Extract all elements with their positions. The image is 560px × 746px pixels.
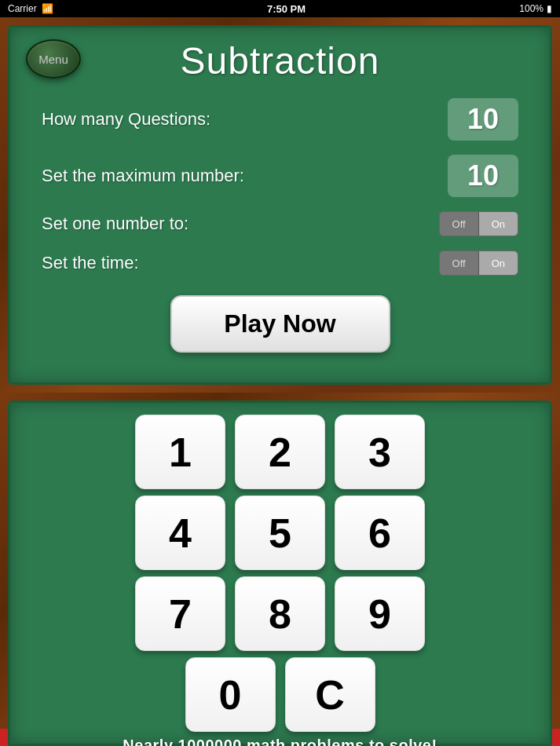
key-clear[interactable]: C xyxy=(285,657,375,732)
setting-row-onenumber: Set one number to: Off On xyxy=(42,211,518,236)
status-right: 100% ▮ xyxy=(519,3,552,14)
key-6[interactable]: 6 xyxy=(335,496,425,570)
top-section: Menu Subtraction How many Questions: 10 … xyxy=(0,17,560,393)
onenumber-on[interactable]: On xyxy=(479,212,518,236)
onenumber-off[interactable]: Off xyxy=(440,212,479,236)
time-on[interactable]: On xyxy=(479,251,518,275)
play-btn-container: Play Now xyxy=(34,295,526,353)
numpad-row-3: 7 8 9 xyxy=(135,576,425,651)
status-time: 7:50 PM xyxy=(267,3,306,15)
onenumber-toggle[interactable]: Off On xyxy=(439,211,518,236)
key-3[interactable]: 3 xyxy=(335,415,425,489)
key-5[interactable]: 5 xyxy=(235,496,325,570)
numpad-board: 1 2 3 4 5 6 7 8 9 0 C xyxy=(8,400,552,746)
time-toggle[interactable]: Off On xyxy=(439,250,518,276)
wifi-icon: 📶 xyxy=(42,3,53,14)
status-bar: Carrier 📶 7:50 PM 100% ▮ xyxy=(0,0,560,17)
play-now-button[interactable]: Play Now xyxy=(170,295,390,353)
key-1[interactable]: 1 xyxy=(135,415,225,489)
battery-label: 100% xyxy=(519,3,544,14)
onenumber-label: Set one number to: xyxy=(42,214,188,234)
questions-label: How many Questions: xyxy=(42,109,210,130)
menu-button[interactable]: Menu xyxy=(26,39,81,79)
setting-row-maxnum: Set the maximum number: 10 xyxy=(42,155,518,197)
settings-area: How many Questions: 10 Set the maximum n… xyxy=(34,98,526,276)
chalkboard: Menu Subtraction How many Questions: 10 … xyxy=(8,25,552,385)
time-off[interactable]: Off xyxy=(440,251,479,275)
carrier-label: Carrier xyxy=(8,3,37,14)
key-0[interactable]: 0 xyxy=(185,657,276,732)
key-2[interactable]: 2 xyxy=(235,415,325,489)
bottom-section: 1 2 3 4 5 6 7 8 9 0 C xyxy=(0,393,560,729)
battery-icon: ▮ xyxy=(547,3,552,14)
maxnum-value[interactable]: 10 xyxy=(448,155,518,197)
page-title: Subtraction xyxy=(181,39,380,82)
key-8[interactable]: 8 xyxy=(235,576,325,651)
key-4[interactable]: 4 xyxy=(135,496,225,570)
time-label: Set the time: xyxy=(42,253,139,273)
banner-text: Nearly 1000000 math problems to solve! xyxy=(123,737,437,747)
setting-row-questions: How many Questions: 10 xyxy=(42,98,518,141)
maxnum-label: Set the maximum number: xyxy=(42,166,244,186)
questions-value[interactable]: 10 xyxy=(448,98,518,141)
status-left: Carrier 📶 xyxy=(8,3,53,14)
key-7[interactable]: 7 xyxy=(135,576,225,651)
key-9[interactable]: 9 xyxy=(335,576,425,651)
setting-row-time: Set the time: Off On xyxy=(42,250,518,276)
numpad-row-2: 4 5 6 xyxy=(135,496,425,570)
numpad-row-4: 0 C xyxy=(185,657,375,732)
numpad-row-1: 1 2 3 xyxy=(135,415,425,489)
